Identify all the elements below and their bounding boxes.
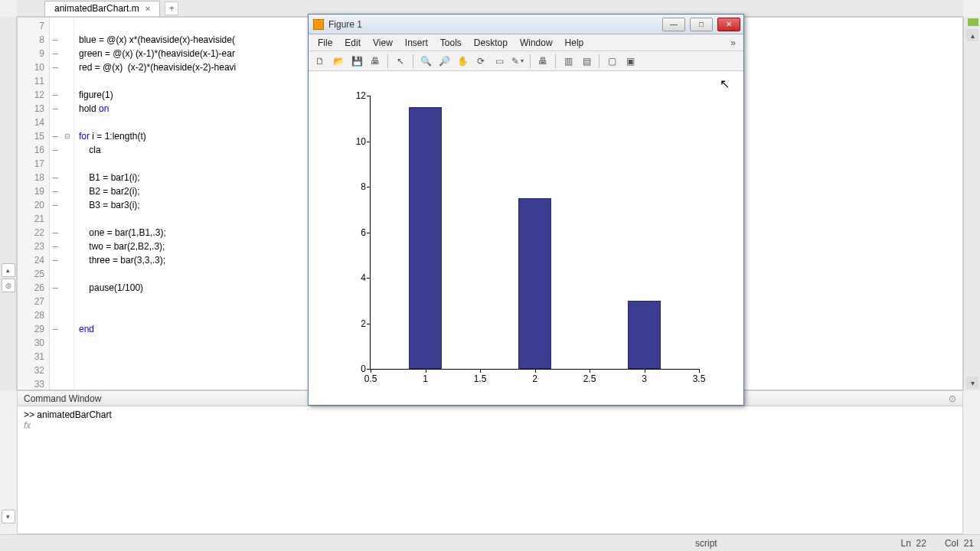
command-window-dropdown-icon[interactable]: ⊙ [949, 393, 956, 404]
close-button[interactable]: ✕ [717, 18, 740, 31]
figure-toolbar: 🗋📂💾🖶↖🔍🔎✋⟳▭✎🖶▥▤▢▣ [309, 51, 743, 71]
zoom-out-icon[interactable]: 🔎 [436, 53, 452, 70]
zoom-in-icon[interactable]: 🔍 [417, 53, 434, 70]
nav-up-icon[interactable]: ▴ [2, 263, 15, 277]
colorbar-icon[interactable]: ▥ [560, 53, 577, 70]
command-window-body[interactable]: >> animatedBarChart fx [18, 406, 962, 434]
hide-icon[interactable]: ▢ [603, 53, 620, 70]
fx-prompt-icon[interactable]: fx [24, 420, 956, 431]
ytick-label: 8 [348, 181, 366, 192]
line-gutter: 7891011121314151617181920212223242526272… [18, 18, 50, 390]
dock-icon[interactable]: ▣ [622, 53, 639, 70]
pointer-icon[interactable]: ↖ [392, 53, 409, 70]
bar-3[interactable] [628, 301, 661, 369]
command-window-title: Command Window [24, 393, 101, 404]
axes[interactable]: 0246810120.511.522.533.5 [370, 96, 699, 370]
editor-left-rail: ▴ ◎ ▾ [0, 17, 17, 390]
brush-icon[interactable]: ✎ [509, 53, 526, 70]
tab-filename: animatedBarChart.m [54, 3, 139, 14]
cmd-prompt: >> [24, 409, 37, 420]
bar-1[interactable] [409, 107, 442, 369]
editor-right-rail: ▴ ▾ [963, 17, 980, 390]
xtick-label: 3 [642, 373, 647, 384]
scroll-down-icon[interactable]: ▾ [966, 377, 978, 389]
xtick-label: 3.5 [693, 373, 706, 384]
menu-overflow-icon[interactable]: » [730, 37, 740, 48]
data-cursor-icon[interactable]: ▭ [491, 53, 508, 70]
menu-tools[interactable]: Tools [434, 36, 468, 50]
nav-down-icon[interactable]: ▾ [2, 510, 15, 523]
ytick-label: 12 [348, 90, 366, 101]
breakpoint-column[interactable]: ––––––––––––––– [50, 18, 60, 390]
scroll-up-icon[interactable]: ▴ [966, 29, 978, 41]
fold-column[interactable]: ⊟ [60, 18, 74, 390]
menu-desktop[interactable]: Desktop [468, 36, 514, 50]
save-icon[interactable]: 💾 [348, 53, 365, 70]
xtick-label: 1.5 [474, 373, 487, 384]
command-window[interactable]: Command Window ⊙ >> animatedBarChart fx [17, 390, 963, 534]
plot-area: 0246810120.511.522.533.5 [316, 73, 736, 396]
code-ok-marker [968, 18, 978, 26]
figure-window[interactable]: Figure 1 — □ ✕ FileEditViewInsertToolsDe… [308, 14, 744, 406]
ytick-label: 4 [348, 272, 366, 283]
ytick-label: 6 [348, 227, 366, 238]
xtick-label: 0.5 [364, 373, 377, 384]
legend-icon[interactable]: ▤ [578, 53, 595, 70]
status-mode: script [6, 538, 883, 549]
new-tab-button[interactable]: + [165, 2, 178, 15]
ytick-label: 2 [348, 318, 366, 329]
pan-icon[interactable]: ✋ [454, 53, 471, 70]
menu-insert[interactable]: Insert [399, 36, 434, 50]
figure-menu-bar: FileEditViewInsertToolsDesktopWindowHelp… [309, 34, 743, 51]
xtick-label: 2.5 [583, 373, 596, 384]
status-bar: script Ln 22 Col 21 [0, 534, 980, 551]
minimize-button[interactable]: — [662, 18, 685, 31]
editor-tab[interactable]: animatedBarChart.m × [44, 1, 160, 16]
rotate-icon[interactable]: ⟳ [472, 53, 489, 70]
figure-title: Figure 1 [328, 19, 661, 30]
goto-icon[interactable]: ◎ [2, 279, 15, 292]
print-icon[interactable]: 🖶 [367, 53, 384, 70]
ytick-label: 0 [348, 364, 366, 374]
bar-2[interactable] [518, 198, 551, 369]
menu-window[interactable]: Window [514, 36, 559, 50]
tab-close-icon[interactable]: × [145, 4, 150, 13]
new-icon[interactable]: 🗋 [312, 53, 328, 70]
maximize-button[interactable]: □ [690, 18, 713, 31]
matlab-figure-icon [313, 19, 324, 30]
menu-edit[interactable]: Edit [338, 36, 367, 50]
open-icon[interactable]: 📂 [330, 53, 347, 70]
xtick-label: 2 [532, 373, 537, 384]
xtick-label: 1 [423, 373, 428, 384]
status-col: Col 21 [945, 538, 974, 549]
menu-file[interactable]: File [312, 36, 338, 50]
cmd-entry: animatedBarChart [37, 409, 111, 420]
ytick-label: 10 [348, 136, 366, 147]
status-line: Ln 22 [901, 538, 926, 549]
menu-help[interactable]: Help [559, 36, 590, 50]
link-icon[interactable]: 🖶 [534, 53, 551, 70]
menu-view[interactable]: View [367, 36, 399, 50]
figure-titlebar[interactable]: Figure 1 — □ ✕ [309, 15, 743, 34]
